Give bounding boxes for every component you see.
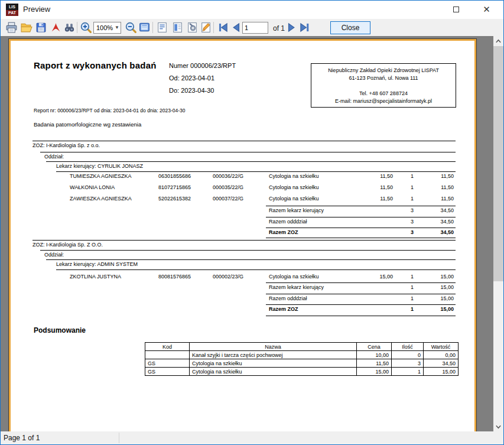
export-pdf-button[interactable]	[50, 21, 62, 34]
toolbar: 100% ▼ of 1	[1, 19, 503, 36]
column-header: Kod	[145, 343, 190, 351]
previous-page-button[interactable]	[230, 21, 243, 34]
outline-view-button[interactable]	[156, 21, 168, 34]
summary-cena: 11,50	[357, 359, 392, 368]
summary-nazwa: Cytologia na szkiełku	[190, 368, 357, 376]
column-header: Ilość	[392, 343, 424, 351]
zoz-header: ZOZ: I-Kardiologia Sp. Z O.O.	[32, 242, 103, 248]
scroll-down-icon	[495, 424, 502, 430]
divider	[266, 282, 456, 283]
preview-window: LIS PAT Preview ✕ 100% ▼	[0, 0, 504, 445]
next-page-icon	[285, 21, 297, 34]
clinic-phone: Tel. +48 607 288724	[311, 90, 456, 98]
test-price: 11,50	[363, 173, 393, 179]
maximize-icon	[453, 7, 459, 12]
patient-name: TUMIESZKA AGNIESZKA	[70, 173, 132, 179]
divider	[266, 294, 456, 294]
total-value: 15,00	[424, 284, 454, 290]
vertical-scrollbar[interactable]	[493, 36, 503, 432]
test-number: 000036/22/G	[213, 173, 243, 179]
settings-wrench-icon	[186, 21, 199, 34]
clinic-name: Niepubliczny Zakład Opieki Zdrowotnej LI…	[311, 67, 456, 74]
zoom-in-icon	[80, 21, 92, 34]
first-page-button[interactable]	[217, 21, 229, 34]
summary-wartosc: 15,00	[424, 368, 459, 376]
column-header: Cena	[357, 343, 392, 351]
zoom-in-button[interactable]	[80, 21, 92, 34]
find-button[interactable]	[63, 21, 76, 34]
page-settings-button[interactable]	[186, 21, 199, 34]
scroll-up-icon	[495, 38, 502, 44]
title-bar: LIS PAT Preview ✕	[1, 1, 503, 19]
scrollbar-thumb[interactable]	[493, 46, 503, 281]
divider	[46, 259, 456, 260]
zoom-select[interactable]: 100% ▼	[93, 22, 121, 34]
summary-kod: GS	[145, 368, 190, 376]
summary-ilosc: 1	[392, 368, 424, 376]
close-window-button[interactable]: ✕	[473, 1, 500, 18]
clinic-info-box: Niepubliczny Zakład Opieki Zdrowotnej LI…	[311, 63, 456, 108]
report-meta-line: Report nr: 000006/23/RPT od dnia: 2023-0…	[34, 108, 185, 113]
clinic-email: E-mail: mariusz@specjalistainformatyk.pl	[311, 98, 456, 105]
divider	[32, 141, 456, 141]
total-value: 15,00	[424, 306, 454, 312]
test-value: 11,50	[424, 173, 454, 179]
edit-page-button[interactable]	[200, 21, 212, 34]
summary-wartosc: 34,50	[424, 359, 459, 368]
close-icon: ✕	[483, 4, 490, 15]
fullscreen-button[interactable]	[138, 21, 151, 34]
next-page-button[interactable]	[285, 21, 297, 34]
open-folder-icon	[20, 21, 32, 34]
total-value: 15,00	[424, 295, 454, 301]
print-button[interactable]	[5, 21, 18, 34]
divider	[266, 316, 456, 316]
divider	[56, 269, 456, 270]
patient-name: WAŁKONIA LONIA	[70, 184, 115, 190]
total-qty: 1	[396, 295, 414, 301]
last-page-button[interactable]	[298, 21, 311, 34]
scroll-up-button[interactable]	[493, 36, 503, 46]
toolbar-separator	[152, 22, 153, 33]
test-number: 000037/22/G	[213, 196, 243, 202]
zoom-out-button[interactable]	[125, 21, 137, 34]
divider	[266, 304, 456, 305]
test-qty: 1	[396, 173, 414, 179]
page-frame: Raport z wykonanych badań Numer 000006/2…	[8, 38, 477, 432]
summary-ilosc: 3	[392, 359, 424, 368]
total-label: Razem ZOZ	[269, 306, 298, 312]
edit-pencil-icon	[200, 21, 212, 34]
maximize-button[interactable]	[443, 1, 469, 18]
total-qty: 3	[396, 229, 414, 235]
open-button[interactable]	[20, 21, 32, 34]
report-page: Raport z wykonanych badań Numer 000006/2…	[11, 41, 474, 432]
divider	[266, 228, 456, 228]
divider	[56, 171, 456, 172]
printer-icon	[5, 21, 18, 34]
page-number-input[interactable]	[242, 22, 268, 34]
pdf-icon	[50, 21, 62, 34]
lekarz-header: Lekarz kierujący: ADMIN SYSTEM	[56, 261, 138, 267]
divider	[266, 206, 456, 206]
column-header: Wartość	[424, 343, 459, 351]
report-date-to: Do: 2023-04-30	[169, 87, 214, 94]
previous-page-icon	[230, 21, 243, 34]
summary-row: GS Cytologia na szkiełku 11,50 3 34,50	[145, 359, 459, 368]
divider	[32, 240, 456, 241]
app-icon: LIS PAT	[6, 4, 18, 16]
thumbnails-icon	[171, 21, 184, 34]
patient-pesel: 52022615382	[158, 196, 191, 202]
binoculars-icon	[63, 21, 76, 34]
thumbnails-view-button[interactable]	[171, 21, 184, 34]
save-button[interactable]	[35, 21, 47, 34]
test-value: 11,50	[424, 196, 454, 202]
total-value: 34,50	[424, 207, 454, 213]
total-value: 34,50	[424, 219, 454, 225]
chevron-down-icon: ▼	[115, 25, 119, 30]
scroll-down-button[interactable]	[493, 422, 503, 432]
divider	[266, 238, 456, 238]
test-value: 11,50	[424, 184, 454, 190]
test-number: 000002/23/G	[213, 274, 243, 280]
status-bar: Page 1 of 1	[1, 431, 503, 444]
close-preview-button[interactable]: Close	[330, 21, 370, 34]
patient-pesel: 81072715865	[158, 184, 191, 190]
